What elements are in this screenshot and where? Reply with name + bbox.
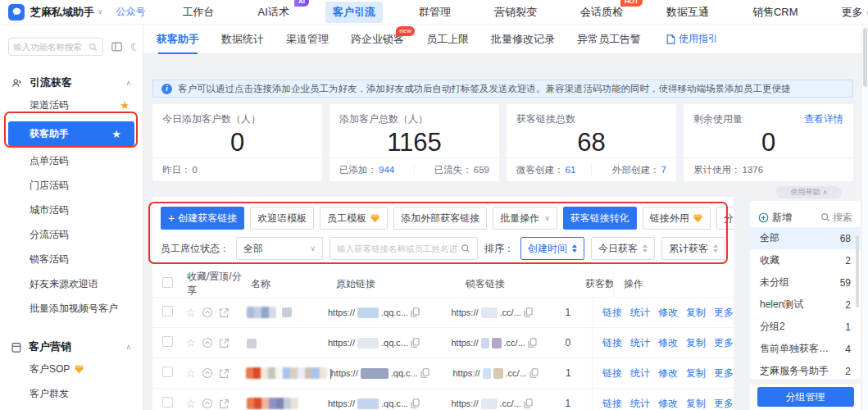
group-item-ungrouped[interactable]: 未分组59 <box>750 271 861 294</box>
action-stats[interactable]: 统计 <box>630 306 650 320</box>
sidebar-item-friend-source-welcome[interactable]: 好友来源欢迎语 <box>0 272 143 295</box>
page-scrollbar[interactable] <box>861 25 868 410</box>
favorite-star-icon[interactable]: ★ <box>120 100 130 111</box>
section-chevron-up-icon[interactable]: ∧ <box>125 344 131 351</box>
sidebar-item-acquisition-assistant[interactable]: 获客助手★ <box>8 121 134 146</box>
star-icon[interactable]: ☆ <box>185 367 196 379</box>
action-more[interactable]: 更多 <box>714 367 734 380</box>
link-search-input[interactable] <box>329 237 478 260</box>
tab-batch-modify-record[interactable]: 批量修改记录 <box>491 25 555 54</box>
sort-by-today-customers[interactable]: 今日获客 <box>591 237 655 260</box>
tab-abnormal-staff-alert[interactable]: 异常员工告警 <box>577 25 641 54</box>
add-external-link-button[interactable]: 添加外部获客链接 <box>393 207 487 230</box>
staff-template-button[interactable]: 员工模板 <box>320 207 388 230</box>
pin-top-icon[interactable] <box>202 367 213 379</box>
action-copy[interactable]: 复制 <box>686 397 706 410</box>
sidebar-item-split-code[interactable]: 分流活码 <box>0 223 143 246</box>
favorite-star-icon[interactable]: ★ <box>111 129 121 139</box>
tab-cross-company-lock[interactable]: 跨企业锁客new <box>351 25 404 54</box>
star-icon[interactable]: ☆ <box>186 337 197 348</box>
nav-item-group-management[interactable]: 群管理 <box>411 2 458 23</box>
internal-created-link[interactable]: 61 <box>566 165 576 175</box>
sort-by-create-time[interactable]: 创建时间 <box>520 237 584 260</box>
action-stats[interactable]: 统计 <box>630 397 650 410</box>
sidebar-section-acquisition[interactable]: 引流获客 ∧ <box>0 74 143 92</box>
sidebar-section-marketing[interactable]: 客户营销 ∧ <box>0 338 143 356</box>
share-icon[interactable] <box>219 338 229 348</box>
group-item-group2[interactable]: 分组21 <box>750 316 861 338</box>
brand-chevron-down-icon[interactable]: ∨ <box>98 8 103 16</box>
action-link[interactable]: 链接 <box>602 336 622 350</box>
share-icon[interactable] <box>219 308 229 318</box>
added-count-link[interactable]: 944 <box>379 165 394 175</box>
copy-icon[interactable] <box>411 399 420 408</box>
nav-item-ai-script[interactable]: AI话术AI <box>251 2 297 23</box>
copy-icon[interactable] <box>420 368 429 378</box>
pin-top-icon[interactable] <box>202 398 213 409</box>
row-checkbox[interactable] <box>162 367 173 377</box>
action-more[interactable]: 更多 <box>714 306 734 320</box>
copy-icon[interactable] <box>524 399 533 408</box>
nav-item-workbench[interactable]: 工作台 <box>175 2 222 23</box>
row-checkbox[interactable] <box>162 306 173 317</box>
nav-item-data-exchange[interactable]: 数据互通 <box>659 2 716 23</box>
link-external-use-button[interactable]: 链接外用 <box>643 207 711 230</box>
row-checkbox[interactable] <box>162 336 173 347</box>
seat-status-select[interactable]: 全部∨ <box>236 237 323 260</box>
dark-mode-moon-icon[interactable]: ☾ <box>130 41 140 53</box>
sidebar-search-input[interactable] <box>8 38 103 56</box>
copy-icon[interactable] <box>529 368 539 378</box>
group-manage-button[interactable]: 分组管理 <box>757 387 854 407</box>
row-checkbox[interactable] <box>162 397 173 408</box>
action-link[interactable]: 链接 <box>602 306 622 320</box>
action-link[interactable]: 链接 <box>602 367 622 380</box>
star-icon[interactable]: ☆ <box>186 307 197 318</box>
action-modify[interactable]: 修改 <box>658 367 678 380</box>
action-more[interactable]: 更多 <box>714 336 734 350</box>
action-modify[interactable]: 修改 <box>658 306 678 320</box>
sidebar-item-city-code[interactable]: 城市活码 <box>0 198 143 221</box>
pin-top-icon[interactable] <box>202 337 213 348</box>
create-link-button[interactable]: +创建获客链接 <box>161 207 244 230</box>
copy-icon[interactable] <box>411 308 420 317</box>
group-item-all[interactable]: 全部68 <box>750 227 861 249</box>
scrollbar-thumb[interactable] <box>863 28 867 87</box>
action-stats[interactable]: 统计 <box>630 367 650 380</box>
copy-icon[interactable] <box>411 338 420 348</box>
nav-item-sales-crm[interactable]: 销售CRM <box>745 2 806 23</box>
select-all-checkbox[interactable] <box>162 277 173 288</box>
welcome-template-button[interactable]: 欢迎语模板 <box>250 207 314 230</box>
nav-item-more[interactable]: 更多 ∨ <box>834 2 868 23</box>
action-modify[interactable]: 修改 <box>658 397 678 410</box>
nav-item-marketing-fission[interactable]: 营销裂变 <box>487 2 544 23</box>
share-metrics-button[interactable]: 分享指标 <box>716 207 734 230</box>
action-copy[interactable]: 复制 <box>686 336 706 350</box>
tab-channel-management[interactable]: 渠道管理 <box>286 25 329 54</box>
add-group-button[interactable]: 新增 <box>758 211 792 225</box>
action-stats[interactable]: 统计 <box>630 336 650 350</box>
sidebar-item-batch-video-customers[interactable]: 批量添加视频号客户 <box>0 297 143 320</box>
help-pill[interactable]: 使用帮助∧ <box>776 186 842 198</box>
group-item-helen-test[interactable]: helen测试2 <box>750 294 861 316</box>
group-list-scrollbar[interactable] <box>856 235 859 308</box>
collapse-sidebar-icon[interactable] <box>111 42 122 52</box>
share-icon[interactable] <box>219 368 229 379</box>
sidebar-item-customer-broadcast[interactable]: 客户群发 <box>0 382 143 405</box>
sidebar-item-customer-sop[interactable]: 客户SOP <box>0 358 143 380</box>
sidebar-item-lock-code[interactable]: 锁客活码 <box>0 248 143 271</box>
usage-guide-link[interactable]: 使用指引 <box>666 32 718 46</box>
nav-item-chat-quality[interactable]: 会话质检HOT <box>573 2 630 23</box>
pin-top-icon[interactable] <box>202 307 213 318</box>
external-created-link[interactable]: 7 <box>661 165 666 175</box>
star-icon[interactable]: ☆ <box>186 398 197 409</box>
action-link[interactable]: 链接 <box>602 397 622 410</box>
nav-item-customer-acquisition[interactable]: 客户引流 <box>325 2 383 23</box>
sidebar-item-chase-broadcast[interactable]: 逐客群发 <box>0 407 143 410</box>
brand-tag-link[interactable]: 公众号 <box>116 5 146 19</box>
section-chevron-up-icon[interactable]: ∧ <box>125 80 131 87</box>
share-icon[interactable] <box>219 399 229 409</box>
group-item-service-assistant[interactable]: 芝麻服务号助手2 <box>750 360 861 379</box>
tab-data-statistics[interactable]: 数据统计 <box>221 25 264 54</box>
action-more[interactable]: 更多 <box>714 397 734 410</box>
group-item-favorites[interactable]: 收藏2 <box>750 249 861 271</box>
